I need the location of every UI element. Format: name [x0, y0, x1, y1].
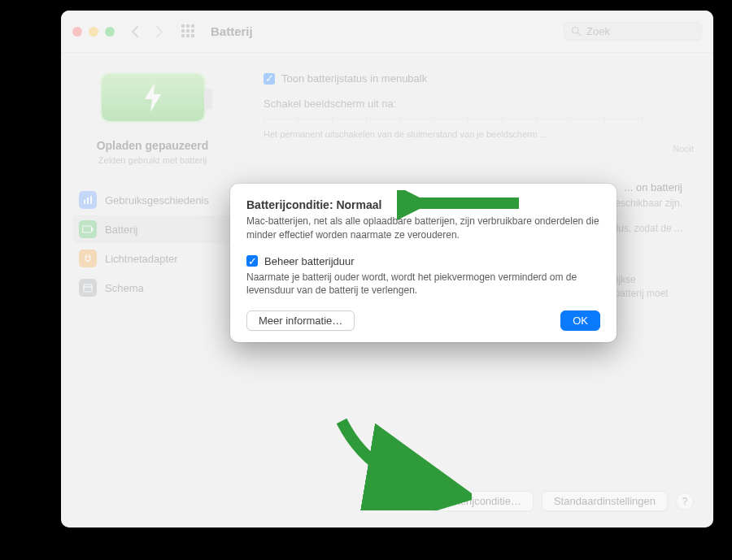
- restore-defaults-button[interactable]: Standaardinstellingen: [542, 491, 668, 511]
- button-label: OK: [573, 315, 588, 327]
- dialog-title: Batterijconditie: Normaal: [246, 198, 600, 211]
- battery-condition-dialog: Batterijconditie: Normaal Mac-batterijen…: [230, 184, 617, 342]
- search-field[interactable]: [564, 22, 702, 41]
- back-button[interactable]: [126, 23, 144, 41]
- window-controls: [72, 27, 115, 37]
- sidebar-item-label: Lichtnetadapter: [105, 253, 178, 265]
- bolt-icon: [143, 83, 163, 112]
- manage-battery-description: Naarmate je batterij ouder wordt, wordt …: [246, 271, 600, 298]
- battery-icon: [79, 220, 97, 238]
- sidebar-item-power-adapter[interactable]: Lichtnetadapter: [72, 245, 233, 272]
- battery-illustration: [100, 72, 206, 123]
- sidebar-item-battery[interactable]: Batterij: [72, 215, 233, 243]
- show-all-icon[interactable]: [181, 24, 196, 39]
- checkbox-label: Beheer batterijduur: [264, 255, 355, 267]
- close-icon[interactable]: [72, 27, 82, 37]
- sidebar-item-label: Batterij: [105, 224, 137, 236]
- checkbox-label: Toon batterijstatus in menubalk: [281, 72, 427, 85]
- svg-line-1: [577, 33, 580, 35]
- battery-condition-button[interactable]: Batterijconditie…: [429, 491, 534, 511]
- svg-rect-6: [92, 228, 94, 231]
- dialog-description: Mac-batterijen, net als alle oplaadbare …: [246, 215, 600, 242]
- sidebar-item-label: Schema: [105, 282, 144, 294]
- checkbox-show-menubar[interactable]: ✓ Toon batterijstatus in menubalk: [264, 72, 694, 85]
- button-label: Standaardinstellingen: [554, 495, 656, 507]
- more-info-button[interactable]: Meer informatie…: [246, 310, 355, 331]
- sidebar-item-usage-history[interactable]: Gebruiksgeschiedenis: [72, 186, 233, 214]
- forward-button[interactable]: [150, 23, 168, 41]
- checkbox-manage-battery[interactable]: ✓ Beheer batterijduur: [246, 255, 600, 267]
- ok-button[interactable]: OK: [560, 310, 600, 331]
- sidebar: Opladen gepauzeerd Zelden gebruikt met b…: [61, 53, 244, 527]
- charging-status-subtitle: Zelden gebruikt met batterij: [98, 155, 207, 165]
- search-icon: [571, 26, 582, 37]
- plug-icon: [79, 250, 97, 267]
- display-off-label: Schakel beeldscherm uit na:: [264, 98, 694, 110]
- svg-rect-2: [84, 200, 85, 204]
- search-input[interactable]: [586, 25, 695, 37]
- charging-status-title: Opladen gepauzeerd: [97, 139, 209, 152]
- display-off-slider[interactable]: [264, 118, 642, 120]
- svg-rect-4: [90, 196, 92, 204]
- button-label: Meer informatie…: [259, 315, 342, 327]
- chart-icon: [79, 191, 97, 209]
- slider-max-label: Nooit: [673, 144, 694, 154]
- sidebar-item-label: Gebruiksgeschiedenis: [105, 194, 209, 206]
- sidebar-item-schedule[interactable]: Schema: [72, 274, 233, 302]
- svg-rect-3: [87, 198, 89, 204]
- sleep-warning-text: Het permanent uitschakelen van de sluime…: [264, 128, 682, 141]
- help-icon: ?: [682, 496, 688, 507]
- zoom-icon[interactable]: [105, 27, 115, 37]
- svg-rect-7: [84, 284, 92, 292]
- svg-rect-5: [83, 226, 92, 232]
- calendar-icon: [79, 279, 97, 297]
- help-button[interactable]: ?: [676, 493, 694, 510]
- button-label: Batterijconditie…: [442, 495, 521, 507]
- toolbar: Batterij: [61, 11, 713, 53]
- minimize-icon[interactable]: [89, 27, 98, 37]
- page-title: Batterij: [211, 24, 253, 38]
- checkmark-icon: ✓: [264, 73, 275, 85]
- checkmark-icon: ✓: [246, 255, 258, 267]
